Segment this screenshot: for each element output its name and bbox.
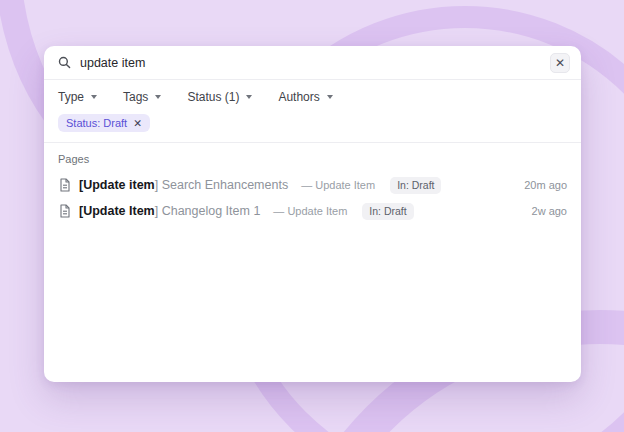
active-filter-label: Status: Draft xyxy=(66,117,127,129)
active-filter-chip-status-draft[interactable]: Status: Draft ✕ xyxy=(58,114,150,132)
result-timestamp: 20m ago xyxy=(524,179,567,191)
search-input[interactable] xyxy=(80,56,541,70)
active-filter-row: Status: Draft ✕ xyxy=(58,114,567,132)
status-badge: In: Draft xyxy=(362,203,413,220)
search-icon xyxy=(58,56,71,69)
close-icon: ✕ xyxy=(555,57,565,69)
chevron-down-icon xyxy=(91,95,97,99)
close-button[interactable]: ✕ xyxy=(550,53,570,73)
filter-dropdown-label: Type xyxy=(58,90,84,104)
filter-dropdown-label: Tags xyxy=(123,90,148,104)
search-bar: ✕ xyxy=(44,46,581,80)
page-icon xyxy=(58,178,71,192)
filter-section: Type Tags Status (1) Authors Status: Dra… xyxy=(44,80,581,143)
result-breadcrumb: — Update Item xyxy=(273,205,347,217)
chevron-down-icon xyxy=(155,95,161,99)
filter-dropdown-label: Authors xyxy=(278,90,319,104)
result-row[interactable]: [Update Item] Changelog Item 1 — Update … xyxy=(58,198,567,224)
result-title-match: Update Item xyxy=(83,204,155,218)
chevron-down-icon xyxy=(327,95,333,99)
result-title-match: Update item xyxy=(83,178,155,192)
filter-dropdown-row: Type Tags Status (1) Authors xyxy=(58,90,567,104)
result-title-rest: ] Changelog Item 1 xyxy=(155,204,261,218)
result-title: [Update Item] Changelog Item 1 xyxy=(79,204,260,218)
result-title-rest: ] Search Enhancements xyxy=(155,178,288,192)
page-icon xyxy=(58,204,71,218)
chevron-down-icon xyxy=(246,95,252,99)
filter-dropdown-label: Status (1) xyxy=(187,90,239,104)
results-section: Pages [Update item] Search Enhancements … xyxy=(44,143,581,382)
filter-dropdown-status[interactable]: Status (1) xyxy=(187,90,252,104)
filter-dropdown-authors[interactable]: Authors xyxy=(278,90,332,104)
results-section-label: Pages xyxy=(58,153,567,165)
status-badge: In: Draft xyxy=(390,177,441,194)
result-timestamp: 2w ago xyxy=(532,205,567,217)
search-modal: ✕ Type Tags Status (1) Authors Sta xyxy=(44,46,581,382)
result-breadcrumb: — Update Item xyxy=(301,179,375,191)
filter-dropdown-type[interactable]: Type xyxy=(58,90,97,104)
result-row[interactable]: [Update item] Search Enhancements — Upda… xyxy=(58,172,567,198)
result-title: [Update item] Search Enhancements xyxy=(79,178,288,192)
remove-filter-icon[interactable]: ✕ xyxy=(133,118,142,129)
filter-dropdown-tags[interactable]: Tags xyxy=(123,90,161,104)
